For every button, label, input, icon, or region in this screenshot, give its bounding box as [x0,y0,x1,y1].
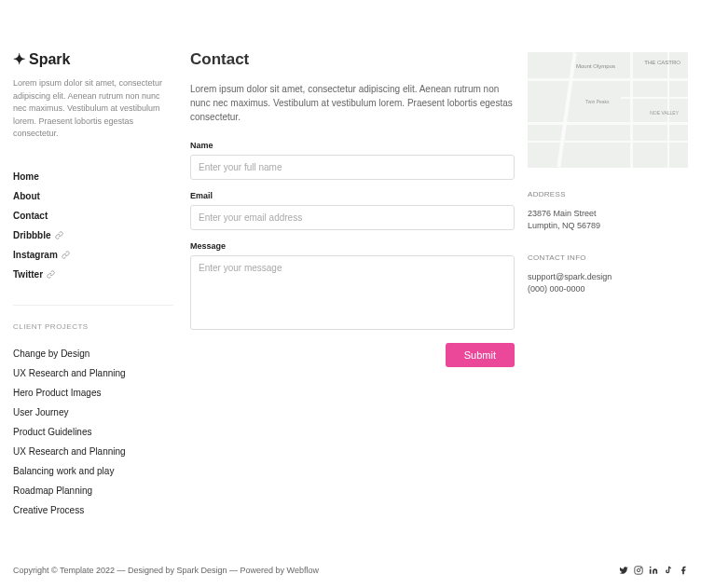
nav-item-dribbble[interactable]: Dribbble [13,226,173,245]
name-label: Name [190,141,515,150]
form-group-email: Email [190,191,515,230]
message-label: Message [190,241,515,251]
email-input[interactable] [190,205,515,230]
logo[interactable]: ✦ Spark [13,50,173,68]
project-item[interactable]: Creative Process [13,500,173,520]
project-item[interactable]: UX Research and Planning [13,442,173,461]
main: Contact Lorem ipsum dolor sit amet, cons… [190,13,688,537]
nav-item-contact[interactable]: Contact [13,206,173,226]
map-label: THE CASTRO [644,60,680,65]
message-input[interactable] [190,255,515,330]
link-icon [62,251,70,259]
map-label: Mount Olympus [576,63,615,69]
email-label: Email [190,191,515,200]
map-road [528,78,688,81]
footer-text: Copyright © Template 2022 — Designed by … [13,566,319,575]
page-description: Lorem ipsum dolor sit amet, consectetur … [190,82,515,124]
contact-email: support@spark.design [528,271,688,283]
map-label: NOE VALLEY [650,110,679,116]
address-line: Lumptin, NQ 56789 [528,220,688,232]
linkedin-icon[interactable] [649,566,658,575]
contact-info-block: CONTACT INFO support@spark.design (000) … [528,253,688,294]
nav-label: Twitter [13,269,43,280]
address-line: 23876 Main Street [528,208,688,220]
address-block: ADDRESS 23876 Main Street Lumptin, NQ 56… [528,190,688,231]
form-group-name: Name [190,141,515,180]
map-label: Twin Peaks [585,99,610,104]
project-item[interactable]: User Journey [13,403,173,422]
aside: Mount Olympus THE CASTRO Twin Peaks NOE … [528,50,688,537]
map-road [528,122,688,125]
nav-label: Home [13,171,39,182]
nav-label: Instagram [13,250,58,260]
link-icon [55,231,63,239]
svg-point-4 [650,567,652,568]
divider [13,305,173,306]
content: Contact Lorem ipsum dolor sit amet, cons… [190,50,515,537]
projects-label: CLIENT PROJECTS [13,322,173,331]
nav-list: Home About Contact Dribbble Instagram Tw… [13,167,173,284]
sidebar: ✦ Spark Lorem ipsum dolor sit amet, cons… [13,13,173,537]
map-road [621,97,688,99]
nav-item-home[interactable]: Home [13,167,173,186]
project-item[interactable]: Product Guidelines [13,422,173,442]
name-input[interactable] [190,155,515,180]
map-road [557,52,576,167]
page-title: Contact [190,50,515,69]
map[interactable]: Mount Olympus THE CASTRO Twin Peaks NOE … [528,52,688,168]
form-group-message: Message [190,241,515,332]
map-road [528,141,688,143]
project-list: Change by Design UX Research and Plannin… [13,344,173,520]
address-label: ADDRESS [528,190,688,198]
nav-item-instagram[interactable]: Instagram [13,245,173,265]
tiktok-icon[interactable] [664,566,673,575]
nav-label: About [13,191,40,201]
nav-item-twitter[interactable]: Twitter [13,265,173,284]
project-item[interactable]: Balancing work and play [13,461,173,481]
nav-label: Contact [13,211,48,221]
spark-icon: ✦ [13,50,25,68]
submit-row: Submit [190,343,515,367]
contact-info-label: CONTACT INFO [528,253,688,262]
nav-label: Dribbble [13,230,51,240]
map-road [630,52,633,168]
nav-item-about[interactable]: About [13,186,173,206]
twitter-icon[interactable] [619,566,628,575]
footer-icons [619,566,688,575]
svg-rect-3 [650,569,652,574]
instagram-icon[interactable] [634,566,643,575]
project-item[interactable]: Roadmap Planning [13,481,173,500]
contact-phone: (000) 000-0000 [528,283,688,295]
facebook-icon[interactable] [679,566,688,575]
sidebar-description: Lorem ipsum dolor sit amet, consectetur … [13,77,173,141]
submit-button[interactable]: Submit [446,343,515,367]
project-item[interactable]: Change by Design [13,344,173,363]
svg-point-1 [637,568,639,571]
logo-text: Spark [29,51,70,68]
project-item[interactable]: UX Research and Planning [13,363,173,383]
project-item[interactable]: Hero Product Images [13,383,173,403]
footer: Copyright © Template 2022 — Designed by … [13,566,688,575]
svg-point-2 [640,567,641,568]
link-icon [47,270,55,279]
